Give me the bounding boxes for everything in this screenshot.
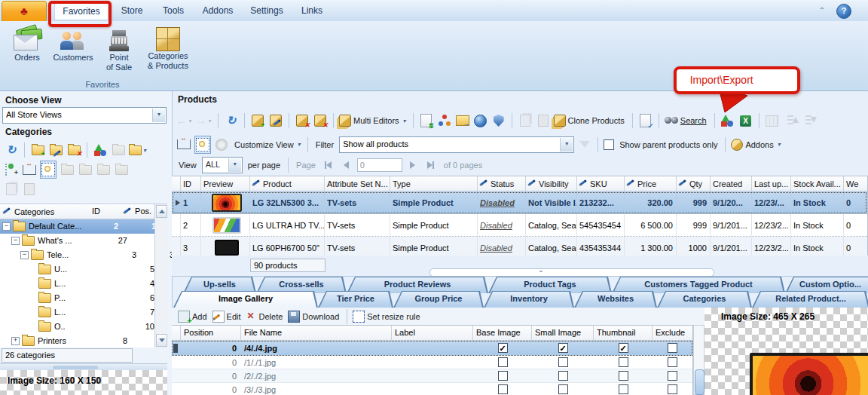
column-header-thumbnail[interactable]: Thumbnail <box>594 326 653 340</box>
tab-image-gallery[interactable]: Image Gallery <box>173 291 318 308</box>
menu-item-store[interactable]: Store <box>112 3 152 19</box>
column-header-created[interactable]: Created <box>711 176 752 191</box>
delete-category-button[interactable] <box>66 142 81 158</box>
small-image-checkbox[interactable] <box>558 384 568 394</box>
tab-websites[interactable]: Websites <box>574 291 657 308</box>
column-header-position[interactable]: Position <box>181 326 241 340</box>
menu-item-settings[interactable]: Settings <box>243 3 291 19</box>
product-row[interactable]: 2 LG ULTRA HD TV... TV-sets Simple Produ… <box>172 214 867 237</box>
first-page-button[interactable] <box>321 157 336 173</box>
column-header-type[interactable]: Type <box>390 176 478 191</box>
export-excel-button[interactable]: X <box>738 112 753 129</box>
column-header-we[interactable]: We <box>844 176 868 191</box>
tree-header-categories[interactable]: Categories <box>12 205 54 219</box>
tree-header-id[interactable]: ID <box>92 204 122 219</box>
gallery-row[interactable]: 0 /3/./3.jpg <box>172 383 692 395</box>
column-header-id[interactable]: ID <box>181 176 201 191</box>
small-image-checkbox[interactable] <box>558 371 568 381</box>
column-header-visibility[interactable]: Visibility <box>526 176 577 191</box>
product-links-button[interactable] <box>437 112 452 129</box>
column-header-stock[interactable]: Stock Avail... <box>791 176 844 191</box>
menu-item-favorites[interactable]: Favorites <box>54 3 108 20</box>
chevron-down-icon[interactable] <box>228 158 241 172</box>
column-header-preview[interactable]: Preview <box>201 176 250 191</box>
base-image-checkbox[interactable] <box>498 357 508 367</box>
clone-products-button[interactable]: Clone Products <box>554 112 627 129</box>
small-image-checkbox[interactable]: ✓ <box>558 343 568 353</box>
collapse-icon[interactable] <box>11 237 20 245</box>
gallery-add-button[interactable]: Add <box>178 308 209 325</box>
ribbon-button-orders[interactable]: Orders <box>9 27 45 63</box>
column-header-status[interactable]: Status <box>478 176 526 191</box>
chevron-down-icon[interactable] <box>560 138 573 152</box>
status-disabled-link[interactable]: Disabled <box>480 192 515 213</box>
remove-product-button[interactable] <box>313 112 328 129</box>
sort-categories-button[interactable] <box>93 142 108 158</box>
gallery-scrollbar[interactable] <box>693 325 704 395</box>
column-header-last-updated[interactable]: Last up... <box>752 176 791 191</box>
column-header-qty[interactable]: Qty <box>677 176 711 191</box>
gallery-delete-button[interactable]: Delete <box>246 308 286 325</box>
small-image-checkbox[interactable] <box>558 357 568 367</box>
view-settings-button[interactable] <box>194 136 211 154</box>
app-button[interactable]: ♣ <box>2 1 47 22</box>
column-header-small-image[interactable]: Small Image <box>532 326 594 340</box>
category-row[interactable]: U... 5 1 <box>0 262 167 277</box>
column-header-exclude[interactable]: Exclude <box>653 326 692 340</box>
help-icon[interactable]: ? <box>836 4 851 19</box>
category-row[interactable]: Printers 8 9 <box>0 334 167 348</box>
menu-item-addons[interactable]: Addons <box>194 3 241 19</box>
status-disabled-link[interactable]: Disabled <box>480 215 512 236</box>
category-row[interactable]: P... 6 6 <box>0 291 167 305</box>
gallery-edit-button[interactable]: Edit <box>212 308 243 325</box>
ribbon-button-categories-products[interactable]: Categories & Products <box>142 27 194 71</box>
exclude-checkbox[interactable] <box>668 384 677 394</box>
expand-icon[interactable] <box>11 337 20 345</box>
column-header-attribute-set[interactable]: Attribute Set N... <box>325 176 390 191</box>
show-parent-products-checkbox[interactable] <box>604 139 614 150</box>
gallery-row[interactable]: 0 /4/./4.jpg ✓ ✓ ✓ <box>172 341 692 356</box>
category-row[interactable]: What's ... 27 0 <box>0 234 167 248</box>
base-image-checkbox[interactable] <box>498 371 508 381</box>
collapse-ribbon-icon[interactable]: ⌃ <box>815 5 829 17</box>
tab-related-products[interactable]: Related Product... <box>752 291 868 308</box>
validate-page-button[interactable] <box>638 112 653 129</box>
category-row[interactable]: Tele... 3 3 <box>0 248 167 262</box>
collapse-icon[interactable] <box>2 222 11 231</box>
previous-page-button[interactable] <box>339 157 354 173</box>
gallery-row[interactable]: 0 /1/./1.jpg <box>172 356 692 369</box>
exclude-checkbox[interactable] <box>668 357 677 367</box>
base-image-checkbox[interactable] <box>498 384 508 394</box>
scroll-down-icon[interactable] <box>156 334 167 347</box>
multi-editors-button[interactable]: Multi Editors <box>339 112 408 129</box>
edit-product-button[interactable] <box>268 112 283 129</box>
category-row[interactable]: O.. 10 8 <box>0 320 167 334</box>
column-header-label[interactable]: Label <box>392 326 473 340</box>
permissions-shield-button[interactable] <box>491 112 506 129</box>
expand-tree-button[interactable] <box>22 161 37 178</box>
next-page-button[interactable] <box>405 157 420 173</box>
scroll-up-icon[interactable] <box>156 205 167 218</box>
base-image-checkbox[interactable]: ✓ <box>498 343 508 353</box>
fit-columns-button[interactable] <box>176 136 191 153</box>
column-header-product[interactable]: Product <box>250 176 325 191</box>
website-assign-button[interactable] <box>473 112 488 129</box>
addons-button[interactable]: Addons <box>731 136 781 153</box>
column-header-file-name[interactable]: File Name <box>241 326 392 340</box>
tree-scrollbar[interactable] <box>154 204 167 348</box>
store-view-select[interactable]: All Store Views <box>2 107 167 124</box>
customize-view-button[interactable]: Customize View <box>232 136 302 153</box>
tab-group-price[interactable]: Group Price <box>393 291 484 308</box>
import-export-button[interactable]: Import\Export <box>720 112 735 129</box>
product-row[interactable]: 1 LG 32LN5300 3... TV-sets Simple Produc… <box>172 191 867 214</box>
refresh-products-button[interactable] <box>224 112 239 129</box>
category-row[interactable]: Default Cate... 2 1 <box>0 219 167 234</box>
set-resize-rule-button[interactable]: Set resize rule <box>353 308 422 325</box>
exclude-checkbox[interactable] <box>668 343 677 353</box>
delete-product-button[interactable] <box>295 112 310 129</box>
ribbon-button-point-of-sale[interactable]: Point of Sale <box>101 27 137 72</box>
horizontal-scrollbar[interactable] <box>429 268 714 277</box>
menu-item-tools[interactable]: Tools <box>154 3 193 19</box>
category-actions-button[interactable] <box>129 142 148 158</box>
menu-item-links[interactable]: Links <box>292 3 332 19</box>
